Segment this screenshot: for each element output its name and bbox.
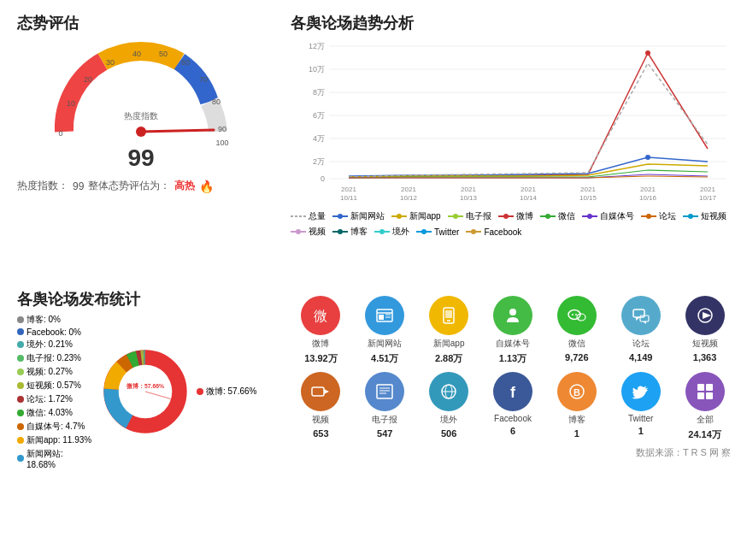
gauge-value: 99 bbox=[127, 144, 154, 172]
svg-text:2万: 2万 bbox=[313, 157, 325, 166]
icon-label-twitter: Twitter bbox=[628, 414, 653, 423]
icon-circle-shortvideo bbox=[685, 296, 725, 335]
icon-item-twitter[interactable]: Twitter 1 bbox=[610, 372, 671, 441]
donut-label-elec: 电子报: 0.23% bbox=[17, 352, 94, 364]
icon-item-weibo[interactable]: 微 微博 13.92万 bbox=[291, 296, 351, 365]
icon-label-elec: 电子报 bbox=[372, 414, 397, 426]
svg-text:70: 70 bbox=[199, 75, 208, 84]
svg-text:10/11: 10/11 bbox=[340, 194, 358, 202]
gauge-container: 0 10 20 30 40 50 60 70 80 90 100 热度指数 99 bbox=[17, 38, 265, 172]
icon-count-shortvideo: 1,363 bbox=[693, 352, 717, 363]
gauge-title: 态势评估 bbox=[17, 13, 265, 33]
icon-item-all[interactable]: 全部 24.14万 bbox=[674, 372, 735, 441]
gauge-section: 态势评估 0 10 20 30 40 50 bbox=[9, 9, 274, 276]
svg-marker-104 bbox=[324, 389, 329, 394]
svg-rect-93 bbox=[445, 310, 452, 318]
icon-circle-overseas bbox=[429, 372, 468, 411]
svg-text:10/16: 10/16 bbox=[639, 194, 657, 202]
icon-item-video[interactable]: 视频 653 bbox=[291, 372, 351, 441]
icon-item-wechat[interactable]: 微信 9,726 bbox=[546, 296, 607, 365]
svg-rect-105 bbox=[377, 385, 392, 398]
gauge-status-level: 高热 bbox=[174, 179, 195, 193]
donut-dot-zmt bbox=[17, 423, 24, 430]
donut-title: 各舆论场发布统计 bbox=[17, 289, 265, 309]
icon-circle-newssite bbox=[365, 296, 404, 335]
svg-text:10/15: 10/15 bbox=[579, 194, 597, 202]
icon-item-app[interactable]: 新闻app 2.88万 bbox=[419, 296, 479, 365]
svg-rect-103 bbox=[312, 387, 324, 396]
trend-title: 各舆论场趋势分析 bbox=[291, 13, 735, 33]
icon-count-twitter: 1 bbox=[638, 426, 644, 436]
svg-point-59 bbox=[646, 214, 651, 219]
icon-label-weibo: 微博 bbox=[312, 338, 329, 350]
icon-circle-blog: B bbox=[557, 372, 597, 411]
icon-item-overseas[interactable]: 境外 506 bbox=[419, 372, 479, 441]
svg-point-57 bbox=[587, 214, 592, 219]
donut-dot-elec bbox=[17, 355, 24, 362]
svg-text:30: 30 bbox=[106, 58, 115, 67]
donut-dot-wechat bbox=[17, 410, 24, 416]
svg-point-47 bbox=[338, 214, 343, 219]
svg-rect-99 bbox=[633, 309, 644, 317]
svg-point-44 bbox=[645, 155, 650, 160]
svg-point-65 bbox=[338, 229, 343, 234]
icon-count-facebook: 6 bbox=[510, 426, 515, 436]
legend-video: 视频 bbox=[291, 226, 326, 238]
legend-wechat: 微信 bbox=[540, 210, 575, 222]
icon-item-shortvideo[interactable]: 短视频 1,363 bbox=[674, 296, 735, 365]
donut-label-site: 新闻网站: 18.68% bbox=[17, 448, 94, 469]
legend-electronic: 电子报 bbox=[448, 210, 491, 222]
icon-circle-elec bbox=[365, 372, 404, 411]
donut-dot-overseas bbox=[17, 341, 24, 348]
donut-label-wechat: 微信: 4.03% bbox=[17, 407, 94, 419]
icon-item-elec[interactable]: 电子报 547 bbox=[355, 372, 415, 441]
svg-text:2021: 2021 bbox=[341, 186, 356, 193]
icon-label-blog: 博客 bbox=[568, 414, 585, 426]
svg-text:10/12: 10/12 bbox=[400, 194, 418, 202]
svg-text:80: 80 bbox=[212, 97, 221, 106]
donut-label-video: 视频: 0.27% bbox=[17, 366, 94, 378]
icon-label-newssite: 新闻网站 bbox=[368, 338, 402, 350]
svg-text:2021: 2021 bbox=[521, 186, 536, 193]
svg-rect-117 bbox=[697, 392, 704, 399]
svg-marker-102 bbox=[703, 312, 711, 319]
donut-dot-blog bbox=[17, 316, 24, 323]
svg-point-94 bbox=[509, 309, 516, 315]
data-source: 数据来源：T R S 网 察 bbox=[291, 446, 735, 459]
icon-count-zmt: 1.13万 bbox=[499, 352, 526, 365]
icon-item-facebook[interactable]: f Facebook 6 bbox=[483, 372, 544, 441]
trend-section: 各舆论场趋势分析 12万 10万 8万 6万 4万 2万 0 2021 10/1… bbox=[282, 9, 744, 276]
svg-text:50: 50 bbox=[159, 50, 168, 58]
icon-count-weibo: 13.92万 bbox=[304, 352, 338, 365]
donut-svg: 微博：57.66% bbox=[98, 336, 192, 447]
icon-item-forum[interactable]: 论坛 4,149 bbox=[610, 296, 671, 365]
svg-rect-88 bbox=[379, 315, 384, 320]
svg-point-43 bbox=[645, 50, 650, 56]
gauge-svg: 0 10 20 30 40 50 60 70 80 90 100 热度指数 bbox=[47, 38, 235, 153]
trend-legend: 总量 新闻网站 新闻app 电子报 微博 微信 bbox=[291, 210, 735, 238]
icon-count-overseas: 506 bbox=[441, 428, 456, 439]
gauge-status-prefix: 热度指数： bbox=[17, 179, 68, 193]
icon-count-wechat: 9,726 bbox=[565, 352, 589, 363]
svg-text:12万: 12万 bbox=[309, 42, 325, 50]
svg-text:8万: 8万 bbox=[313, 88, 325, 97]
donut-label-short: 短视频: 0.57% bbox=[17, 380, 94, 392]
legend-weibo: 微博 bbox=[498, 210, 533, 222]
donut-wrap: 博客: 0% Facebook: 0% 境外: 0.21% 电子报: 0.23%… bbox=[17, 314, 265, 469]
icon-count-all: 24.14万 bbox=[688, 428, 721, 441]
icon-circle-facebook: f bbox=[493, 372, 532, 411]
svg-rect-115 bbox=[697, 384, 704, 391]
icon-circle-weibo: 微 bbox=[301, 296, 340, 335]
icon-item-newssite[interactable]: 新闻网站 4.51万 bbox=[355, 296, 415, 365]
icon-item-zmt[interactable]: 自媒体号 1.13万 bbox=[483, 296, 544, 365]
icon-label-overseas: 境外 bbox=[440, 414, 457, 426]
icon-item-blog[interactable]: B 博客 1 bbox=[546, 372, 607, 441]
legend-forum: 论坛 bbox=[641, 210, 676, 222]
svg-text:90: 90 bbox=[218, 125, 226, 133]
donut-section: 各舆论场发布统计 博客: 0% Facebook: 0% 境外: 0.21% bbox=[9, 285, 274, 552]
svg-rect-116 bbox=[706, 384, 713, 391]
svg-point-97 bbox=[572, 314, 573, 315]
icon-label-zmt: 自媒体号 bbox=[496, 338, 530, 350]
icon-label-all: 全部 bbox=[697, 414, 714, 426]
svg-text:微: 微 bbox=[314, 309, 327, 323]
